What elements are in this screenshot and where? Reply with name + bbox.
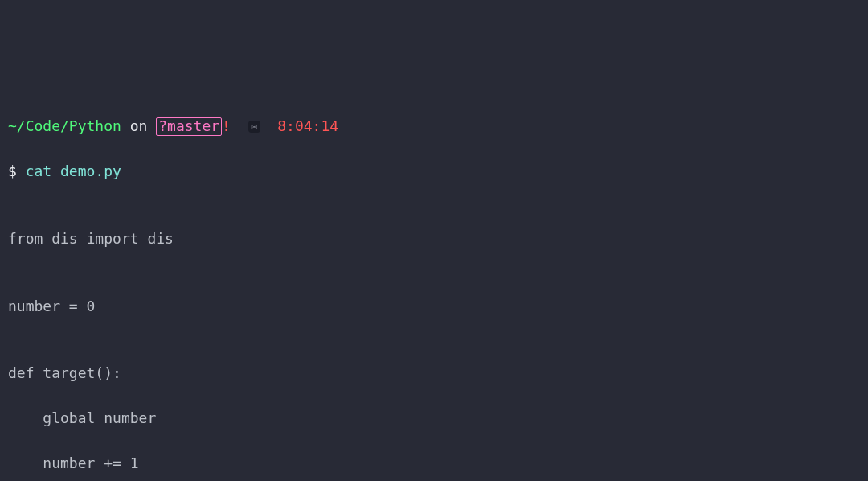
dirty-indicator: ! <box>222 117 231 134</box>
git-branch-badge: ?master <box>156 117 222 136</box>
file-line: number += 1 <box>8 452 860 475</box>
cwd: ~/Code/Python <box>8 117 121 134</box>
file-line: number = 0 <box>8 295 860 318</box>
file-line: def target(): <box>8 362 860 384</box>
file-line: global number <box>8 407 860 430</box>
file-line: from dis import dis <box>8 228 860 250</box>
branch-question-icon: ? <box>158 117 167 134</box>
command-line-1[interactable]: $ cat demo.py <box>8 160 860 183</box>
mail-icon: ✉ <box>248 121 260 133</box>
command-text: cat demo.py <box>26 162 121 179</box>
time: 8:04:14 <box>277 117 338 134</box>
prompt-symbol: $ <box>8 162 26 179</box>
on-label: on <box>121 117 156 134</box>
prompt-line-1: ~/Code/Python on ?master! ✉ 8:04:14 <box>8 115 860 138</box>
branch-name: master <box>167 117 219 134</box>
